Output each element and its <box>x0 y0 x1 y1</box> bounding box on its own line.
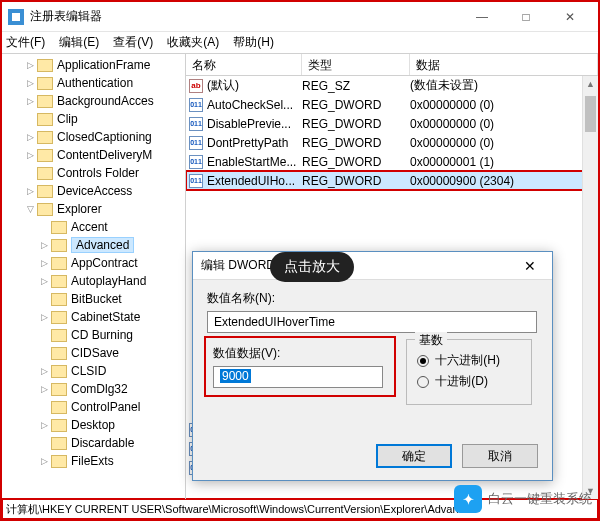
expand-icon[interactable]: ▷ <box>24 96 36 106</box>
scrollbar[interactable]: ▲ ▼ <box>582 76 598 499</box>
tree-item[interactable]: Discardable <box>2 434 185 452</box>
value-data: 0x00000900 (2304) <box>410 174 598 188</box>
expand-icon[interactable]: ▷ <box>38 384 50 394</box>
col-type[interactable]: 类型 <box>302 54 410 75</box>
expand-icon[interactable]: ▷ <box>38 312 50 322</box>
ok-button[interactable]: 确定 <box>376 444 452 468</box>
tree-item[interactable]: ▷DeviceAccess <box>2 182 185 200</box>
expand-icon[interactable]: ▽ <box>24 204 36 214</box>
value-name-input[interactable] <box>207 311 537 333</box>
value-data: 0x00000000 (0) <box>410 136 598 150</box>
col-name[interactable]: 名称 <box>186 54 302 75</box>
expand-icon[interactable]: ▷ <box>24 150 36 160</box>
value-name: DisablePrevie... <box>207 117 291 131</box>
tree-item[interactable]: ▷ClosedCaptioning <box>2 128 185 146</box>
value-data: 0x00000000 (0) <box>410 117 598 131</box>
menu-edit[interactable]: 编辑(E) <box>59 34 99 51</box>
value-type: REG_DWORD <box>302 117 410 131</box>
menu-file[interactable]: 文件(F) <box>6 34 45 51</box>
folder-icon <box>37 77 53 90</box>
value-row[interactable]: 011DisablePrevie...REG_DWORD0x00000000 (… <box>186 114 598 133</box>
reg-dword-icon: 011 <box>189 174 203 188</box>
expand-icon[interactable]: ▷ <box>38 366 50 376</box>
value-row[interactable]: 011DontPrettyPathREG_DWORD0x00000000 (0) <box>186 133 598 152</box>
tree-label: ApplicationFrame <box>57 58 150 72</box>
minimize-button[interactable]: — <box>460 3 504 31</box>
tree-label: ClosedCaptioning <box>57 130 152 144</box>
maximize-button[interactable]: □ <box>504 3 548 31</box>
value-type: REG_DWORD <box>302 155 410 169</box>
expand-icon[interactable]: ▷ <box>38 258 50 268</box>
expand-icon[interactable]: ▷ <box>38 240 50 250</box>
value-name: (默认) <box>207 77 239 94</box>
radio-hex[interactable]: 十六进制(H) <box>417 352 521 369</box>
tree-label: Explorer <box>57 202 102 216</box>
tree-item[interactable]: Controls Folder <box>2 164 185 182</box>
dialog-titlebar[interactable]: 编辑 DWORD (32 位)值 ✕ <box>193 252 552 280</box>
value-name-label: 数值名称(N): <box>207 290 538 307</box>
value-row[interactable]: 011AutoCheckSel...REG_DWORD0x00000000 (0… <box>186 95 598 114</box>
menu-view[interactable]: 查看(V) <box>113 34 153 51</box>
value-row[interactable]: 011ExtendedUIHo...REG_DWORD0x00000900 (2… <box>186 171 598 190</box>
expand-icon[interactable]: ▷ <box>38 276 50 286</box>
expand-icon[interactable]: ▷ <box>24 132 36 142</box>
watermark-logo-icon: ✦ <box>454 485 482 513</box>
folder-icon <box>37 185 53 198</box>
scroll-up-icon[interactable]: ▲ <box>583 76 598 92</box>
folder-icon <box>51 311 67 324</box>
radio-dec[interactable]: 十进制(D) <box>417 373 521 390</box>
tree-label: DeviceAccess <box>57 184 132 198</box>
tree-item[interactable]: ▷FileExts <box>2 452 185 470</box>
close-button[interactable]: ✕ <box>548 3 592 31</box>
reg-dword-icon: 011 <box>189 117 203 131</box>
expand-icon[interactable]: ▷ <box>38 456 50 466</box>
tree-label: AppContract <box>71 256 138 270</box>
tree-item[interactable]: ▷ComDlg32 <box>2 380 185 398</box>
expand-icon[interactable]: ▷ <box>24 78 36 88</box>
tree-item[interactable]: ▷ApplicationFrame <box>2 56 185 74</box>
tree-label: ControlPanel <box>71 400 140 414</box>
value-row[interactable]: ab(默认)REG_SZ(数值未设置) <box>186 76 598 95</box>
folder-icon <box>37 167 53 180</box>
tree-item[interactable]: Accent <box>2 218 185 236</box>
tree-item[interactable]: CD Burning <box>2 326 185 344</box>
tree-item[interactable]: BitBucket <box>2 290 185 308</box>
expand-icon[interactable]: ▷ <box>38 420 50 430</box>
zoom-tip[interactable]: 点击放大 <box>270 252 354 282</box>
tree-item[interactable]: Clip <box>2 110 185 128</box>
tree-item[interactable]: ▷Desktop <box>2 416 185 434</box>
dialog-close-icon[interactable]: ✕ <box>516 254 544 278</box>
scroll-thumb[interactable] <box>585 96 596 132</box>
tree-item[interactable]: ▷AutoplayHand <box>2 272 185 290</box>
radio-dot-icon <box>417 376 429 388</box>
tree-item[interactable]: ▷ContentDeliveryM <box>2 146 185 164</box>
value-data-input[interactable]: 9000 <box>213 366 383 388</box>
tree-item[interactable]: ▷AppContract <box>2 254 185 272</box>
folder-icon <box>51 347 67 360</box>
value-row[interactable]: 011EnableStartMe...REG_DWORD0x00000001 (… <box>186 152 598 171</box>
tree-label: FileExts <box>71 454 114 468</box>
watermark: ✦ 白云一键重装系统 <box>454 485 592 513</box>
tree-item[interactable]: ▽Explorer <box>2 200 185 218</box>
tree-item[interactable]: ▷CLSID <box>2 362 185 380</box>
menu-help[interactable]: 帮助(H) <box>233 34 274 51</box>
tree-item[interactable]: CIDSave <box>2 344 185 362</box>
tree-label: CD Burning <box>71 328 133 342</box>
registry-tree[interactable]: ▷ApplicationFrame▷Authentication▷Backgro… <box>2 54 186 499</box>
folder-icon <box>37 95 53 108</box>
value-type: REG_DWORD <box>302 174 410 188</box>
folder-icon <box>37 59 53 72</box>
col-data[interactable]: 数据 <box>410 54 598 75</box>
expand-icon[interactable]: ▷ <box>24 186 36 196</box>
menu-favorites[interactable]: 收藏夹(A) <box>167 34 219 51</box>
tree-item[interactable]: ▷Authentication <box>2 74 185 92</box>
expand-icon[interactable]: ▷ <box>24 60 36 70</box>
tree-item[interactable]: ▷BackgroundAcces <box>2 92 185 110</box>
cancel-button[interactable]: 取消 <box>462 444 538 468</box>
tree-item[interactable]: ▷Advanced <box>2 236 185 254</box>
folder-icon <box>51 257 67 270</box>
folder-icon <box>37 113 53 126</box>
tree-item[interactable]: ControlPanel <box>2 398 185 416</box>
titlebar[interactable]: 注册表编辑器 — □ ✕ <box>2 2 598 32</box>
tree-item[interactable]: ▷CabinetState <box>2 308 185 326</box>
